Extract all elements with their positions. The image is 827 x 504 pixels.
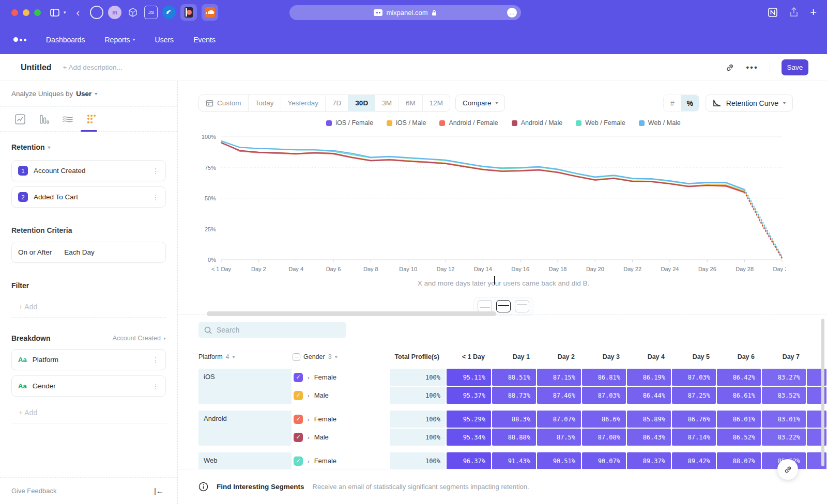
- column-total-profiles[interactable]: Total Profile(s): [390, 353, 446, 360]
- range-yesterday[interactable]: Yesterday: [281, 95, 326, 111]
- nav-events[interactable]: Events: [193, 36, 216, 44]
- address-more-icon[interactable]: …: [507, 8, 517, 18]
- app-icon-soundcloud[interactable]: [202, 4, 218, 21]
- analyze-value[interactable]: User: [76, 90, 91, 98]
- kebab-menu-icon[interactable]: ⋮: [152, 382, 159, 390]
- expand-row-icon[interactable]: ›: [308, 416, 310, 422]
- breakdown-card-gender[interactable]: Aa Gender ⋮: [11, 375, 166, 397]
- column-day[interactable]: Day 3: [582, 353, 626, 360]
- copy-link-icon[interactable]: [725, 63, 734, 72]
- retention-value-cell[interactable]: 88.51%: [492, 369, 536, 386]
- column-day[interactable]: Day 7: [762, 353, 806, 360]
- retention-value-cell[interactable]: 83.52%: [762, 387, 806, 404]
- app-icon-js[interactable]: JS: [144, 6, 158, 19]
- window-controls[interactable]: [11, 9, 41, 16]
- range-7d[interactable]: 7D: [326, 95, 348, 111]
- share-icon[interactable]: [789, 7, 799, 18]
- retention-value-cell[interactable]: 86.19%: [627, 369, 671, 386]
- retention-value-cell[interactable]: 85.89%: [627, 411, 671, 428]
- retention-value-cell[interactable]: 88.07%: [717, 452, 761, 469]
- chart-type-selector[interactable]: Retention Curve▾: [706, 94, 793, 112]
- mixpanel-logo[interactable]: [13, 37, 26, 42]
- nav-reports[interactable]: Reports▾: [105, 36, 135, 44]
- retention-value-cell[interactable]: 83.22%: [762, 429, 806, 446]
- retention-value-cell[interactable]: 95.29%: [447, 411, 491, 428]
- retention-value-cell[interactable]: 96.37%: [447, 452, 491, 469]
- legend-item[interactable]: Android / Male: [512, 119, 563, 127]
- retention-value-cell[interactable]: 87.03%: [672, 369, 716, 386]
- retention-value-cell[interactable]: 86.61%: [717, 387, 761, 404]
- retention-value-cell[interactable]: 95.37%: [447, 387, 491, 404]
- retention-value-cell[interactable]: 90.07%: [582, 452, 626, 469]
- absolute-format-button[interactable]: #: [664, 95, 681, 111]
- retention-value-cell[interactable]: 95.11%: [447, 369, 491, 386]
- column-day[interactable]: Day 5: [672, 353, 716, 360]
- app-icon-target[interactable]: [90, 6, 103, 19]
- new-tab-icon[interactable]: +: [810, 6, 817, 19]
- retention-value-cell[interactable]: 95.34%: [447, 429, 491, 446]
- close-window-button[interactable]: [11, 9, 18, 16]
- column-day[interactable]: Day 6: [717, 353, 761, 360]
- step-card-account-created[interactable]: 1 Account Created ⋮: [11, 160, 166, 181]
- nav-users[interactable]: Users: [155, 36, 174, 44]
- expand-row-icon[interactable]: ›: [308, 458, 310, 464]
- retention-line-chart[interactable]: 0%25%50%75%100%< 1 DayDay 2Day 4Day 6Day…: [190, 131, 786, 280]
- retention-value-cell[interactable]: 87.15%: [537, 369, 581, 386]
- series-checkbox[interactable]: ✓: [294, 415, 303, 424]
- minimize-window-button[interactable]: [23, 9, 29, 16]
- column-day[interactable]: Day 4: [627, 353, 671, 360]
- tab-retention[interactable]: [85, 113, 98, 126]
- breakdown-label[interactable]: Gender: [33, 382, 146, 390]
- retention-value-cell[interactable]: 88.88%: [492, 429, 536, 446]
- range-6m[interactable]: 6M: [399, 95, 423, 111]
- retention-value-cell[interactable]: 90.51%: [537, 452, 581, 469]
- filter-add-button[interactable]: + Add: [11, 296, 166, 318]
- retention-value-cell[interactable]: 86.6%: [582, 411, 626, 428]
- layout-chart-only-button[interactable]: [478, 300, 492, 312]
- column-gender[interactable]: − Gender 3 ▾: [293, 353, 389, 361]
- app-icon-cube[interactable]: [126, 6, 140, 19]
- sidebar-chevron-icon[interactable]: ▾: [64, 10, 66, 15]
- legend-item[interactable]: Web / Female: [576, 119, 625, 127]
- table-search-input[interactable]: Search: [198, 322, 346, 338]
- retention-value-cell[interactable]: 88.3%: [492, 411, 536, 428]
- kebab-menu-icon[interactable]: ⋮: [152, 167, 159, 175]
- compare-button[interactable]: Compare▾: [455, 94, 506, 112]
- sidebar-toggle-icon[interactable]: [50, 9, 59, 17]
- save-button[interactable]: Save: [782, 59, 808, 75]
- series-checkbox[interactable]: ✓: [294, 391, 303, 400]
- retention-value-cell[interactable]: 91.43%: [492, 452, 536, 469]
- app-icon-reader[interactable]: [180, 4, 197, 21]
- horizontal-scrollbar[interactable]: [207, 311, 496, 316]
- gender-cell[interactable]: ✓›Female: [293, 411, 389, 428]
- tab-insights[interactable]: [13, 113, 27, 126]
- gender-cell[interactable]: ✓›Male: [293, 429, 389, 446]
- app-icon-browser[interactable]: [162, 6, 176, 19]
- retention-value-cell[interactable]: 87.46%: [537, 387, 581, 404]
- retention-value-cell[interactable]: 87.07%: [537, 411, 581, 428]
- range-custom[interactable]: Custom: [199, 95, 249, 111]
- range-today[interactable]: Today: [249, 95, 281, 111]
- retention-value-cell[interactable]: 83.27%: [762, 369, 806, 386]
- criteria-interval[interactable]: Each Day: [64, 248, 159, 256]
- kebab-menu-icon[interactable]: ⋮: [152, 193, 159, 201]
- step-label[interactable]: Added To Cart: [34, 193, 146, 201]
- legend-item[interactable]: iOS / Male: [387, 119, 426, 127]
- collapse-sidebar-icon[interactable]: |←: [154, 486, 164, 495]
- step-card-added-to-cart[interactable]: 2 Added To Cart ⋮: [11, 186, 166, 208]
- zoom-window-button[interactable]: [34, 9, 41, 16]
- more-options-icon[interactable]: •••: [746, 62, 758, 73]
- legend-item[interactable]: Android / Female: [439, 119, 498, 127]
- tab-funnels[interactable]: [37, 113, 51, 126]
- gender-cell[interactable]: ✓›Female: [293, 369, 389, 386]
- range-3m[interactable]: 3M: [375, 95, 399, 111]
- address-bar[interactable]: mixpanel.com …: [289, 5, 521, 20]
- series-checkbox[interactable]: ✓: [294, 456, 303, 466]
- series-checkbox[interactable]: ✓: [294, 373, 303, 382]
- breakdown-add-button[interactable]: + Add: [11, 402, 166, 423]
- analyze-uniques-row[interactable]: Analyze Uniques by User ▾: [0, 81, 177, 107]
- retention-value-cell[interactable]: 87.08%: [582, 429, 626, 446]
- vertical-scrollbar[interactable]: [821, 319, 824, 466]
- retention-criteria-card[interactable]: On or After Each Day: [11, 242, 166, 263]
- tab-flows[interactable]: [61, 113, 74, 126]
